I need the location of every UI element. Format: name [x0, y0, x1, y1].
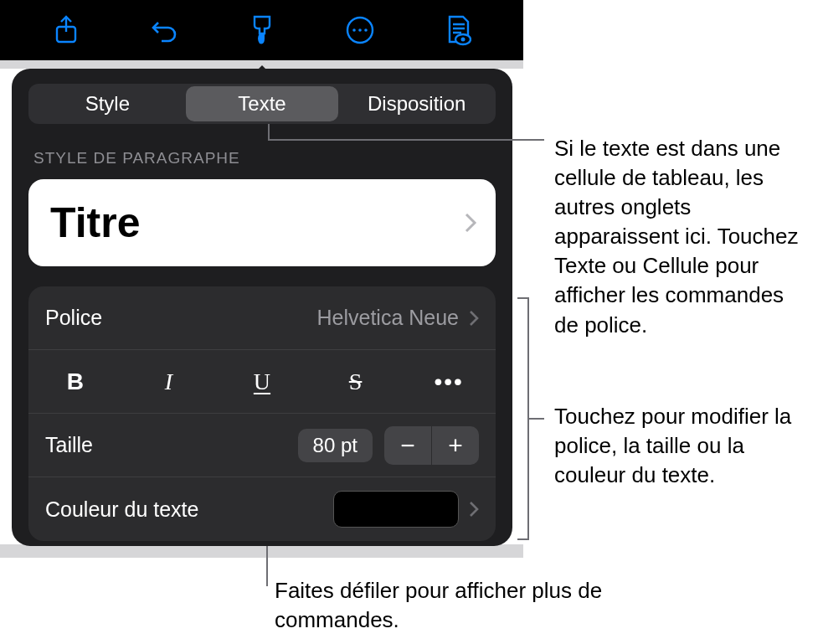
size-label: Taille — [45, 433, 298, 457]
paragraph-style-section-label: STYLE DE PARAGRAPHE — [28, 149, 496, 167]
svg-point-2 — [352, 28, 356, 32]
popover-arrow — [250, 65, 274, 77]
svg-point-3 — [358, 28, 362, 32]
more-formatting-button[interactable]: ••• — [402, 350, 496, 413]
font-row[interactable]: Police Helvetica Neue — [28, 286, 496, 350]
underline-button[interactable]: U — [215, 350, 309, 413]
bold-button[interactable]: B — [28, 350, 122, 413]
format-tabs: Style Texte Disposition — [28, 84, 496, 124]
size-decrease-button[interactable]: − — [384, 426, 431, 465]
paragraph-style-name: Titre — [50, 198, 140, 247]
size-stepper: − + — [384, 426, 479, 465]
callout-scroll: Faites défiler pour afficher plus de com… — [275, 576, 610, 635]
text-color-swatch[interactable] — [333, 491, 459, 528]
chevron-right-icon — [469, 310, 479, 327]
callout-line — [268, 124, 270, 139]
font-settings-group: Police Helvetica Neue B I U S ••• Taille… — [28, 286, 496, 541]
tab-style[interactable]: Style — [31, 86, 184, 121]
callout-line — [529, 418, 544, 420]
italic-button[interactable]: I — [122, 350, 216, 413]
background-gap-bottom — [0, 544, 523, 558]
size-row: Taille 80 pt − + — [28, 414, 496, 477]
callout-tabs: Si le texte est dans une cellule de tabl… — [554, 134, 814, 340]
svg-point-6 — [460, 38, 465, 42]
font-label: Police — [45, 306, 316, 330]
chevron-right-icon — [469, 501, 479, 518]
tab-text[interactable]: Texte — [186, 86, 339, 121]
share-button[interactable] — [48, 12, 85, 49]
callout-bracket — [517, 297, 529, 540]
callout-line — [266, 546, 268, 586]
paragraph-style-picker[interactable]: Titre — [28, 179, 496, 266]
callout-line — [268, 139, 544, 141]
callout-font-group: Touchez pour modifier la police, la tail… — [554, 402, 814, 490]
text-color-row[interactable]: Couleur du texte — [28, 477, 496, 541]
size-increase-button[interactable]: + — [432, 426, 479, 465]
more-button[interactable] — [342, 12, 378, 49]
strikethrough-button[interactable]: S — [309, 350, 403, 413]
chevron-right-icon — [464, 212, 477, 234]
svg-point-4 — [364, 28, 368, 32]
text-color-label: Couleur du texte — [45, 497, 333, 522]
text-format-row: B I U S ••• — [28, 350, 496, 414]
tab-layout[interactable]: Disposition — [340, 86, 493, 121]
undo-button[interactable] — [146, 12, 183, 49]
font-value: Helvetica Neue — [316, 306, 459, 330]
size-value[interactable]: 80 pt — [298, 429, 373, 462]
view-mode-button[interactable] — [440, 12, 476, 49]
format-button[interactable] — [244, 12, 280, 49]
app-toolbar — [0, 0, 523, 60]
